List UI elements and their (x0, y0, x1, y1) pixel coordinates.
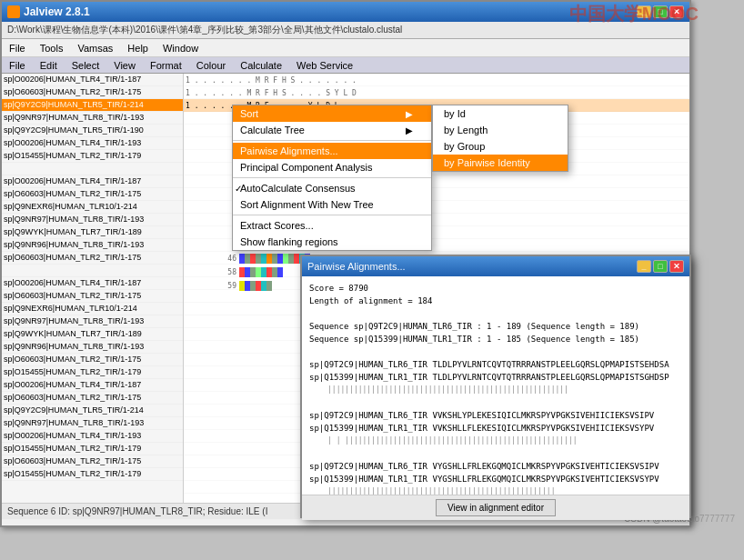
menu-vamsas[interactable]: Vamsas (74, 42, 116, 55)
pw-aln-line-2: sp|Q9T2C9|HUMAN_TLR6_TIR VVKSHLYPLEKESIQ… (309, 409, 682, 422)
menu-extract-scores[interactable]: Extract Scores... (233, 217, 431, 234)
status-text: Sequence 6 ID: sp|Q9NR97|HUMAN_TLR8_TIR;… (7, 506, 267, 516)
path-text: D:\Work\课程\生物信息学(本科)\2016\课件\第4章_序列比较_第3… (7, 25, 402, 35)
pairwise-content: Score = 8790 Length of alignment = 184 S… (302, 276, 689, 495)
menu-help[interactable]: Help (124, 42, 152, 55)
menu-calculate-tree[interactable]: Calculate Tree ▶ (233, 122, 431, 138)
seq-label-17[interactable]: sp|O60603|HUMAN_TLR2_TIR/1-175 (2, 290, 183, 303)
seq-label-16[interactable]: sp|O00206|HUMAN_TLR4_TIR/1-187 (2, 277, 183, 290)
seq-label-7[interactable] (2, 163, 183, 175)
menu-sort-tree[interactable]: Sort Alignment With New Tree (233, 196, 431, 213)
seq-label-10[interactable]: sp|Q9NEXR6|HUMAN_TLR10/1-214 (2, 201, 183, 214)
menu-tools[interactable]: Tools (36, 42, 67, 55)
seq-label-31[interactable]: sp|O15455|HUMAN_TLR2_TIR/1-179 (2, 468, 183, 481)
seq-label-4[interactable]: sp|Q9Y2C9|HUMAN_TLR5_TIR/1-190 (2, 125, 183, 137)
pw-score: Score = 8790 (309, 282, 682, 295)
menu-separator-1 (233, 140, 431, 141)
menu-pairwise[interactable]: Pairwise Alignments... (233, 143, 431, 159)
seq-label-0[interactable]: sp|O00206|HUMAN_TLR4_TIR/1-187 (2, 74, 183, 86)
seq-menu-bar: File Edit Select View Format Colour Calc… (2, 57, 689, 74)
pairwise-title-bar: Pairwise Alignments... _ □ ✕ (302, 256, 689, 276)
seq-label-14[interactable]: sp|O60603|HUMAN_TLR2_TIR/1-175 (2, 252, 183, 265)
seq-menu-select[interactable]: Select (68, 59, 104, 72)
seq-menu-view[interactable]: View (110, 59, 139, 72)
app-menu-bar: File Tools Vamsas Help Window (2, 39, 689, 57)
seq-label-11[interactable]: sp|Q9NR97|HUMAN_TLR8_TIR/1-193 (2, 214, 183, 226)
app-icon (7, 5, 20, 18)
seq-label-28[interactable]: sp|O00206|HUMAN_TLR4_TIR/1-193 (2, 430, 183, 443)
pw-aln-line-4: sp|Q9T2C9|HUMAN_TLR6_TIR VYGSHLLFRLEKGQM… (309, 460, 682, 473)
seq-label-2[interactable]: sp|Q9Y2C9|HUMAN_TLR5_TIR/1-214 (2, 99, 183, 112)
seq-label-18[interactable]: sp|Q9NEXR6|HUMAN_TLR10/1-214 (2, 303, 183, 315)
menu-window[interactable]: Window (159, 42, 202, 55)
seq-label-27[interactable]: sp|Q9NR97|HUMAN_TLR8_TIR/1-193 (2, 417, 183, 430)
menu-flanking[interactable]: Show flanking regions (233, 234, 431, 250)
seq-menu-file[interactable]: File (5, 59, 29, 72)
seq-label-19[interactable]: sp|Q9NR97|HUMAN_TLR8_TIR/1-193 (2, 315, 183, 328)
seq-menu-webservice[interactable]: Web Service (293, 59, 357, 72)
seq-label-13[interactable]: sp|Q9NR96|HUMAN_TLR8_TIR/1-193 (2, 239, 183, 252)
seq-label-22[interactable]: sp|O60603|HUMAN_TLR2_TIR/1-175 (2, 354, 183, 366)
menu-separator-3 (233, 215, 431, 215)
pairwise-footer: View in alignment editor (302, 495, 689, 520)
pw-seq2: Sequence sp|Q15399|HUMAN_TLR1_TIR : 1 - … (309, 333, 682, 345)
seq-label-1[interactable]: sp|O60603|HUMAN_TLR2_TIR/1-175 (2, 86, 183, 99)
app-title: Jalview 2.8.1 (24, 5, 90, 18)
seq-menu-format[interactable]: Format (146, 59, 186, 72)
seq-label-20[interactable]: sp|Q9WYK|HUMAN_TLR7_TIR/1-189 (2, 328, 183, 341)
menu-separator-2 (233, 177, 431, 178)
context-menu: Sort ▶ Calculate Tree ▶ Pairwise Alignme… (232, 105, 432, 251)
seq-menu-colour[interactable]: Colour (193, 59, 229, 72)
moc-logo: 中国大学MOOC (569, 2, 699, 26)
seq-label-8[interactable]: sp|O00206|HUMAN_TLR4_TIR/1-187 (2, 175, 183, 188)
menu-sort[interactable]: Sort ▶ (233, 105, 431, 122)
pw-seq1: Sequence sp|Q9T2C9|HUMAN_TLR6_TIR : 1 - … (309, 320, 682, 333)
seq-label-25[interactable]: sp|O60603|HUMAN_TLR2_TIR/1-175 (2, 392, 183, 405)
seq-menu-edit[interactable]: Edit (36, 59, 61, 72)
seq-label-15[interactable] (2, 265, 183, 277)
menu-autocalc[interactable]: AutoCalculate Consensus (233, 180, 431, 196)
pw-aln-line-3: sp|Q15399|HUMAN_TLR1_TIR VVKSHLLFLEKESIQ… (309, 422, 682, 435)
pw-aln-line-5: sp|Q15399|HUMAN_TLR1_TIR VYGSHLLFRLEKGQM… (309, 473, 682, 485)
seq-label-24[interactable]: sp|O00206|HUMAN_TLR4_TIR/1-187 (2, 379, 183, 392)
seq-label-26[interactable]: sp|Q9Y2C9|HUMAN_TLR5_TIR/1-214 (2, 405, 183, 417)
pairwise-window: Pairwise Alignments... _ □ ✕ Score = 879… (300, 255, 691, 518)
pairwise-title: Pairwise Alignments... (307, 261, 406, 272)
seq-label-6[interactable]: sp|O15455|HUMAN_TLR2_TIR/1-179 (2, 150, 183, 163)
pairwise-win-controls: _ □ ✕ (637, 260, 684, 273)
pw-aln-line-1: sp|Q15399|HUMAN_TLR1_TIR TLDLPYVLRNTCQVT… (309, 371, 682, 384)
menu-file[interactable]: File (5, 42, 29, 55)
menu-pca[interactable]: Principal Component Analysis (233, 159, 431, 175)
pw-align-length: Length of alignment = 184 (309, 295, 682, 307)
seq-label-21[interactable]: sp|Q9NR96|HUMAN_TLR8_TIR/1-193 (2, 341, 183, 354)
seq-label-23[interactable]: sp|O15455|HUMAN_TLR2_TIR/1-179 (2, 366, 183, 379)
seq-label-12[interactable]: sp|Q9WYK|HUMAN_TLR7_TIR/1-189 (2, 226, 183, 239)
seq-label-9[interactable]: sp|O60603|HUMAN_TLR2_TIR/1-175 (2, 188, 183, 201)
seq-label-30[interactable]: sp|O60603|HUMAN_TLR2_TIR/1-175 (2, 455, 183, 468)
seq-label-3[interactable]: sp|Q9NR97|HUMAN_TLR8_TIR/1-193 (2, 112, 183, 125)
view-in-editor-button[interactable]: View in alignment editor (436, 499, 556, 516)
seq-labels-panel: sp|O00206|HUMAN_TLR4_TIR/1-187 sp|O60603… (2, 74, 184, 503)
seq-menu-calculate[interactable]: Calculate (236, 59, 286, 72)
pw-aln-line-0: sp|Q9T2C9|HUMAN_TLR6_TIR TLDLPYVLRNTCQVT… (309, 358, 682, 371)
pairwise-maximize[interactable]: □ (653, 260, 668, 273)
pairwise-close[interactable]: ✕ (669, 260, 684, 273)
seq-label-29[interactable]: sp|O15455|HUMAN_TLR2_TIR/1-179 (2, 443, 183, 455)
seq-label-5[interactable]: sp|O00206|HUMAN_TLR4_TIR/1-193 (2, 137, 183, 150)
pairwise-minimize[interactable]: _ (637, 260, 651, 273)
